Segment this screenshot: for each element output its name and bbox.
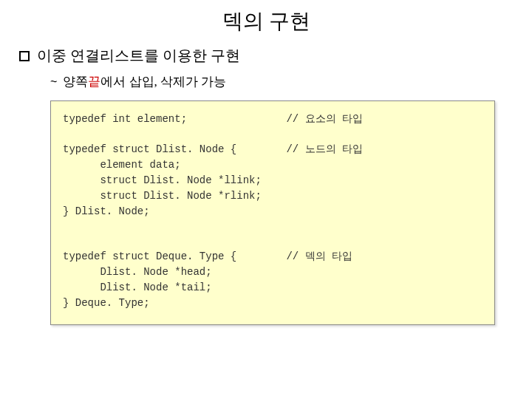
bullet-item-1: 이중 연결리스트를 이용한 구현 [19,46,517,66]
code-line-7: typedef struct Deque. Type { // 덱의 타입 [63,249,482,265]
code-box: typedef int element; // 요소의 타입 typedef s… [50,100,495,325]
code-gap-1 [63,127,482,142]
sub-prefix: 양쪽 [63,75,88,89]
code-line-9: Dlist. Node *tail; [63,280,482,296]
slide-title: 덱의 구현 [15,7,517,35]
code-line-8: Dlist. Node *head; [63,265,482,280]
code-line-4: struct Dlist. Node *llink; [63,173,482,188]
square-bullet-icon [19,51,30,61]
code-line-6: } Dlist. Node; [63,204,482,219]
sub-bullet-text-1: 양쪽끝에서 삽입, 삭제가 가능 [63,73,226,90]
sub-suffix: 에서 삽입, 삭제가 가능 [100,75,226,89]
code-line-1: typedef int element; // 요소의 타입 [63,112,482,127]
code-gap-2b [63,234,482,249]
tilde-bullet-icon: ~ [50,75,57,89]
sub-bullet-item-1: ~ 양쪽끝에서 삽입, 삭제가 가능 [50,73,517,90]
code-line-10: } Deque. Type; [63,296,482,311]
bullet-text-1: 이중 연결리스트를 이용한 구현 [37,46,240,66]
code-line-5: struct Dlist. Node *rlink; [63,188,482,204]
sub-highlight: 끝 [88,75,100,89]
code-gap-2 [63,219,482,234]
code-line-3: element data; [63,157,482,173]
code-line-2: typedef struct Dlist. Node { // 노드의 타입 [63,142,482,157]
